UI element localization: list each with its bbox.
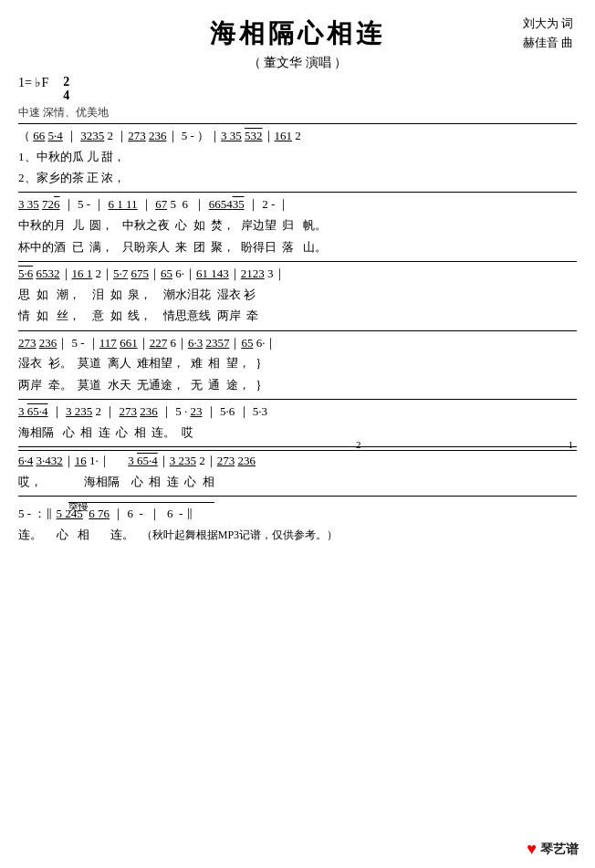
notation-line-5: 3 65·4 ｜ 3 235 2 ｜ 273 236 ｜ 5 · 23 ｜ 5·…: [18, 403, 577, 422]
notation-line-2: 3 35 726 ｜ 5 - ｜ 6 1 11 ｜ 67 5 6 ｜ 66543…: [18, 195, 577, 214]
lyrics-line-2a: 中秋的月 儿 圆， 中秋之夜 心 如 焚， 岸边望 归 帆。: [18, 214, 577, 235]
notation-line-6: 6·4 3·432｜16 1·｜ 3 65·4｜3 235 2｜273 236: [18, 452, 577, 471]
section-1: （ 66 5·4 ｜ 3235 2 ｜273 236｜ 5 - ）｜3 35 5…: [18, 127, 577, 189]
lyrics-line-4b: 两岸 牵。 莫道 水天 无通途， 无 通 途， ｝: [18, 374, 577, 395]
section-5: 3 65·4 ｜ 3 235 2 ｜ 273 236 ｜ 5 · 23 ｜ 5·…: [18, 403, 577, 443]
divider-5: [18, 399, 577, 400]
top-divider: [18, 123, 577, 124]
section-3: 5·6 6532｜16 1 2｜5·7 675｜65 6·｜61 143｜212…: [18, 265, 577, 327]
watermark: ♥ 琴艺谱: [527, 840, 579, 859]
divider-3: [18, 261, 577, 262]
lyrics-line-2b: 杯中的酒 已 满， 只盼亲人 来 团 聚， 盼得日 落 山。: [18, 236, 577, 257]
time-signature: 2 4: [63, 75, 69, 103]
lyricist-label: 刘大为 词: [523, 15, 573, 34]
song-title: 海相隔心相连: [18, 16, 577, 51]
section-4: 273 236｜ 5 - ｜117 661｜227 6｜6·3 2357｜65 …: [18, 334, 577, 396]
section-6: 1 2 6·4 3·432｜16 1·｜ 3 65·4｜3 235 2｜273 …: [18, 450, 577, 492]
lyrics-line-3a: 思 如 潮， 泪 如 泉， 潮水泪花 湿衣 衫: [18, 284, 577, 305]
key-signature: 1= ♭F: [18, 75, 48, 90]
lyrics-line-7a: 连。 心 相 连。（秋叶起舞根据MP3记谱，仅供参考。）: [18, 524, 577, 546]
watermark-brand: 琴艺谱: [540, 842, 579, 858]
lyrics-line-1a: 1、中秋的瓜 儿 甜，: [18, 146, 577, 167]
divider-7: [18, 496, 577, 497]
credits: 刘大为 词 赫佳音 曲: [523, 15, 573, 53]
tempo-marking: 中速 深情、优美地: [18, 105, 577, 120]
divider-4: [18, 330, 577, 331]
lyrics-line-6a: 哎， 海相隔 心 相 连 心 相: [18, 471, 577, 492]
lyrics-line-5a: 海相隔 心 相 连 心 相 连。 哎: [18, 422, 577, 443]
lyrics-line-4a: 湿衣 衫。 莫道 离人 难相望， 难 相 望， ｝: [18, 352, 577, 373]
page: 刘大为 词 赫佳音 曲 海相隔心相连 （ 董文华 演唱 ） 1= ♭F 2 4 …: [0, 0, 595, 868]
notation-line-7: 5 - ：‖ 5 245 6 76 ｜ 6 - ｜ 6 - ‖: [18, 505, 577, 524]
section-2: 3 35 726 ｜ 5 - ｜ 6 1 11 ｜ 67 5 6 ｜ 66543…: [18, 195, 577, 257]
lyrics-line-1b: 2、家乡的茶 正 浓，: [18, 167, 577, 188]
section-7: 突慢 5 - ：‖ 5 245 6 76 ｜ 6 - ｜ 6 - ‖ 连。 心 …: [18, 502, 577, 545]
divider-2: [18, 192, 577, 193]
notation-line-4: 273 236｜ 5 - ｜117 661｜227 6｜6·3 2357｜65 …: [18, 334, 577, 353]
notation-line-3: 5·6 6532｜16 1 2｜5·7 675｜65 6·｜61 143｜212…: [18, 265, 577, 284]
composer-label: 赫佳音 曲: [523, 34, 573, 53]
lyrics-line-3b: 情 如 丝， 意 如 线， 情思意线 两岸 牵: [18, 305, 577, 326]
meta-row: 1= ♭F 2 4: [18, 75, 577, 103]
notation-line-1: （ 66 5·4 ｜ 3235 2 ｜273 236｜ 5 - ）｜3 35 5…: [18, 127, 577, 146]
song-subtitle: （ 董文华 演唱 ）: [18, 55, 577, 71]
divider-6: [18, 446, 577, 447]
watermark-heart-icon: ♥: [527, 840, 537, 859]
